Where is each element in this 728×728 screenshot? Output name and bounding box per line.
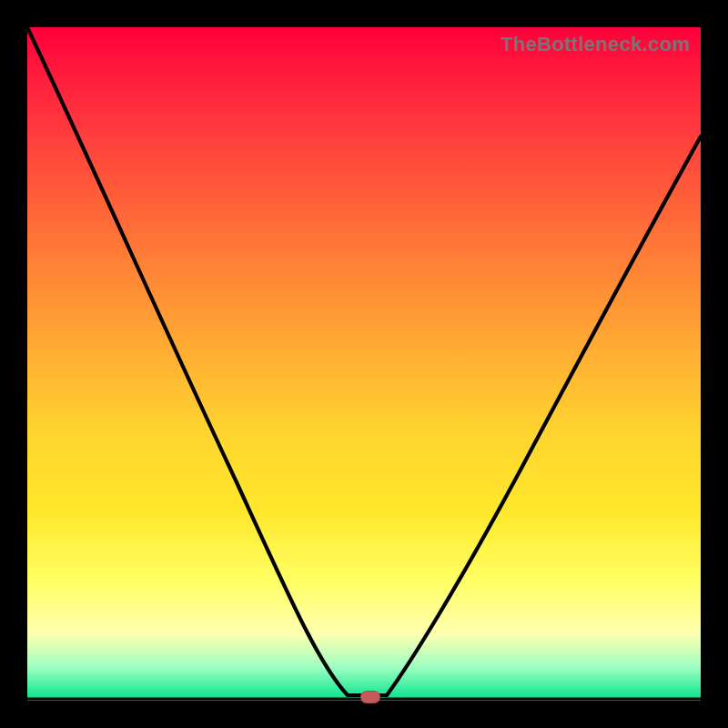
- optimum-marker: [360, 691, 380, 703]
- bottleneck-curve: [27, 27, 701, 701]
- curve-path: [27, 27, 701, 695]
- plot-area: TheBottleneck.com: [27, 27, 701, 701]
- chart-frame: TheBottleneck.com: [0, 0, 728, 728]
